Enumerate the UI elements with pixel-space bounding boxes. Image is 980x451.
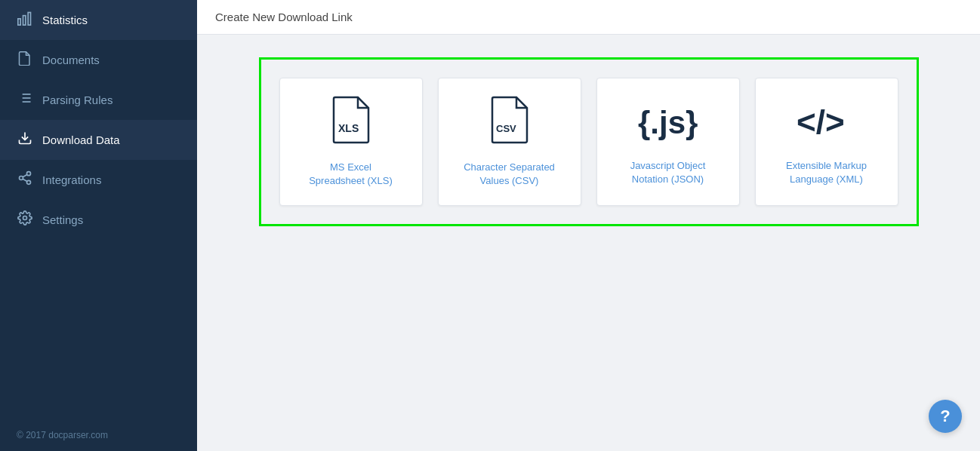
svg-line-13	[23, 179, 27, 181]
sidebar-item-integrations-label: Integrations	[42, 173, 101, 186]
download-icon	[17, 130, 33, 149]
parsing-rules-icon	[17, 91, 33, 109]
xml-icon: </>	[793, 97, 861, 149]
json-icon: {.js}	[634, 97, 702, 149]
svg-point-11	[20, 176, 23, 180]
main-content: Create New Download Link XLS MS Excel Sp…	[197, 0, 980, 451]
page-header: Create New Download Link	[197, 0, 980, 35]
svg-rect-0	[18, 19, 20, 25]
page-title: Create New Download Link	[215, 11, 353, 23]
sidebar-item-statistics[interactable]: Statistics	[0, 0, 197, 40]
statistics-icon	[17, 11, 33, 29]
sidebar-item-parsing-rules[interactable]: Parsing Rules	[0, 80, 197, 120]
content-area: XLS MS Excel Spreadsheet (XLS) CSV	[197, 35, 980, 451]
svg-rect-2	[28, 13, 30, 26]
format-card-json[interactable]: {.js} Javascript Object Notation (JSON)	[596, 78, 740, 206]
xls-label: MS Excel Spreadsheet (XLS)	[309, 161, 393, 188]
svg-point-12	[27, 180, 31, 184]
svg-line-14	[23, 174, 27, 176]
sidebar-item-settings[interactable]: Settings	[0, 200, 197, 240]
csv-icon: CSV	[489, 96, 530, 150]
sidebar-item-documents[interactable]: Documents	[0, 40, 197, 80]
help-button[interactable]: ?	[929, 400, 962, 433]
format-card-csv[interactable]: CSV Character Separated Values (CSV)	[438, 78, 581, 206]
settings-icon	[17, 210, 33, 229]
sidebar-item-parsing-rules-label: Parsing Rules	[42, 94, 112, 106]
sidebar-item-download-data-label: Download Data	[42, 133, 120, 146]
svg-rect-1	[23, 16, 26, 25]
format-selection-container: XLS MS Excel Spreadsheet (XLS) CSV	[259, 57, 919, 226]
svg-text:</>: </>	[797, 103, 845, 140]
sidebar: Statistics Documents Parsing Rules Downl…	[0, 0, 197, 451]
svg-text:{.js}: {.js}	[638, 105, 698, 140]
sidebar-item-download-data[interactable]: Download Data	[0, 120, 197, 160]
sidebar-item-integrations[interactable]: Integrations	[0, 160, 197, 200]
svg-text:XLS: XLS	[338, 122, 359, 134]
sidebar-footer: © 2017 docparser.com	[0, 419, 197, 451]
xml-label: Extensible Markup Language (XML)	[786, 159, 867, 186]
sidebar-item-documents-label: Documents	[42, 54, 100, 66]
document-icon	[17, 51, 33, 69]
format-card-xml[interactable]: </> Extensible Markup Language (XML)	[755, 78, 898, 206]
svg-text:CSV: CSV	[496, 123, 516, 134]
svg-point-10	[27, 172, 31, 176]
svg-point-15	[23, 216, 27, 220]
integrations-icon	[17, 170, 33, 189]
json-label: Javascript Object Notation (JSON)	[630, 159, 706, 186]
xls-icon: XLS	[331, 96, 371, 150]
format-card-xls[interactable]: XLS MS Excel Spreadsheet (XLS)	[279, 78, 423, 206]
sidebar-item-statistics-label: Statistics	[42, 14, 88, 26]
help-button-label: ?	[940, 407, 950, 426]
csv-label: Character Separated Values (CSV)	[464, 161, 555, 188]
sidebar-item-settings-label: Settings	[42, 213, 83, 226]
